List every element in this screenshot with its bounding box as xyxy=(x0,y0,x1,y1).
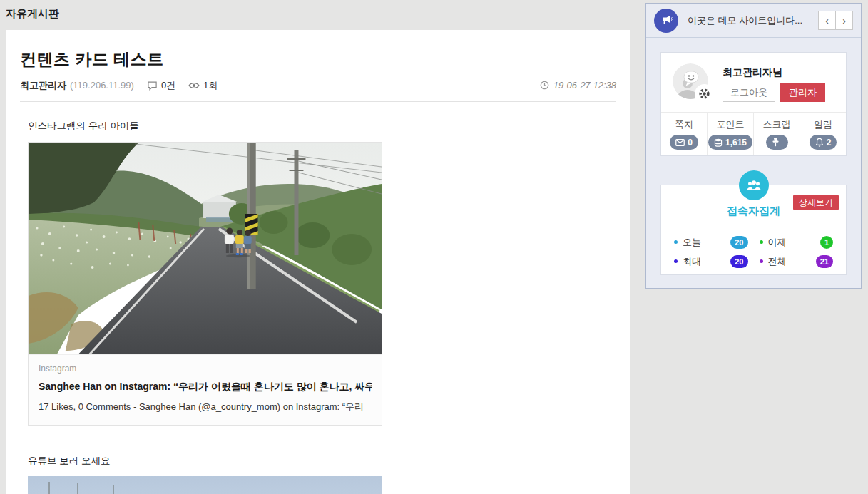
megaphone-icon xyxy=(660,15,673,26)
pin-icon xyxy=(772,138,780,147)
post-author-ip: (119.206.11.99) xyxy=(70,80,134,91)
post-card: 컨텐츠 카드 테스트 최고관리자 (119.206.11.99) 0건 1회 1… xyxy=(6,30,630,494)
instagram-caption: Instagram Sanghee Han on Instagram: “우리가… xyxy=(29,354,382,425)
user-stats-row: 쪽지 0 포인트 1,615 스크랩 xyxy=(661,112,846,155)
post-comments-count: 0건 xyxy=(161,79,175,92)
visitor-stats-grid: 오늘 20 어제 1 최대 20 전체 21 xyxy=(661,227,846,274)
post-views: 1회 xyxy=(188,79,218,92)
visitor-stats-card: 접속자집계 상세보기 오늘 20 어제 1 최대 20 xyxy=(660,185,847,275)
alarm-badge: 2 xyxy=(810,135,837,150)
instagram-photo[interactable] xyxy=(29,143,382,354)
visitor-stat-max: 최대 20 xyxy=(674,255,748,268)
logout-button[interactable]: 로그아웃 xyxy=(723,83,775,102)
post-body: 인스타그램의 우리 아이들 xyxy=(28,120,616,494)
notice-banner: 이곳은 데모 사이트입니다... ‹ › xyxy=(646,4,861,38)
count-badge: 1 xyxy=(820,236,833,249)
instagram-link-title[interactable]: Sanghee Han on Instagram: “우리가 어렸을때 혼나기도… xyxy=(39,381,372,393)
count-badge: 20 xyxy=(730,255,747,268)
post-title: 컨텐츠 카드 테스트 xyxy=(20,50,616,70)
stat-scrap[interactable]: 스크랩 xyxy=(753,113,800,155)
dot-icon xyxy=(674,240,678,244)
dot-icon xyxy=(674,259,678,263)
post-text-line: 인스타그램의 우리 아이들 xyxy=(28,120,616,133)
mail-icon xyxy=(675,139,685,146)
bell-icon xyxy=(815,138,824,147)
board-title-link[interactable]: 자유게시판 xyxy=(6,7,59,21)
post-meta-row: 최고관리자 (119.206.11.99) 0건 1회 19-06-27 12:… xyxy=(20,79,616,92)
coins-icon xyxy=(714,138,723,147)
stat-memo[interactable]: 쪽지 0 xyxy=(661,113,707,155)
memo-badge: 0 xyxy=(670,135,698,150)
count-badge: 20 xyxy=(730,236,747,249)
profile-settings-button[interactable] xyxy=(695,84,714,103)
instagram-embed-card[interactable]: Instagram Sanghee Han on Instagram: “우리가… xyxy=(28,142,382,426)
user-info-card: 최고관리자님 로그아웃 관리자 쪽지 0 포인트 xyxy=(660,52,847,156)
comment-icon xyxy=(147,81,158,91)
scrap-badge xyxy=(766,135,788,150)
count-badge: 21 xyxy=(816,255,833,268)
stat-point[interactable]: 포인트 1,615 xyxy=(707,113,753,155)
instagram-description: 17 Likes, 0 Comments - Sanghee Han (@a_c… xyxy=(39,401,372,413)
notice-prev-button[interactable]: ‹ xyxy=(818,11,836,30)
dot-icon xyxy=(760,240,763,244)
visitor-stat-today: 오늘 20 xyxy=(674,236,748,249)
post-author-link[interactable]: 최고관리자 xyxy=(20,79,66,92)
post-comments: 0건 xyxy=(147,79,175,92)
user-buttons: 로그아웃 관리자 xyxy=(723,83,825,102)
post-text-line: 유튜브 보러 오세요 xyxy=(28,455,616,468)
user-name: 최고관리자님 xyxy=(723,66,782,79)
post-divider xyxy=(20,101,616,102)
visitors-badge xyxy=(739,170,769,200)
user-info-top: 최고관리자님 로그아웃 관리자 xyxy=(661,53,846,113)
gear-icon xyxy=(698,88,710,100)
visitor-stat-yesterday: 어제 1 xyxy=(760,236,834,249)
page-root: 자유게시판 컨텐츠 카드 테스트 최고관리자 (119.206.11.99) 0… xyxy=(0,0,868,494)
visitor-stat-total: 전체 21 xyxy=(760,255,834,268)
megaphone-badge xyxy=(654,9,678,33)
dot-icon xyxy=(760,259,763,263)
notice-next-button[interactable]: › xyxy=(835,11,853,30)
notice-link[interactable]: 이곳은 데모 사이트입니다... xyxy=(688,14,802,27)
eye-icon xyxy=(188,81,200,90)
youtube-thumbnail[interactable] xyxy=(28,476,382,494)
clock-icon xyxy=(540,81,549,90)
sidebar-panel: 이곳은 데모 사이트입니다... ‹ › xyxy=(645,3,862,289)
notice-pager: ‹ › xyxy=(818,11,853,30)
post-views-count: 1회 xyxy=(203,79,218,92)
stat-alarm[interactable]: 알림 2 xyxy=(800,113,846,155)
post-date: 19-06-27 12:38 xyxy=(540,80,616,91)
people-icon xyxy=(746,180,762,191)
instagram-source-label: Instagram xyxy=(39,364,372,374)
admin-button[interactable]: 관리자 xyxy=(780,83,825,102)
post-date-text: 19-06-27 12:38 xyxy=(553,80,616,91)
point-badge: 1,615 xyxy=(708,135,752,150)
visitor-detail-button[interactable]: 상세보기 xyxy=(793,195,839,210)
